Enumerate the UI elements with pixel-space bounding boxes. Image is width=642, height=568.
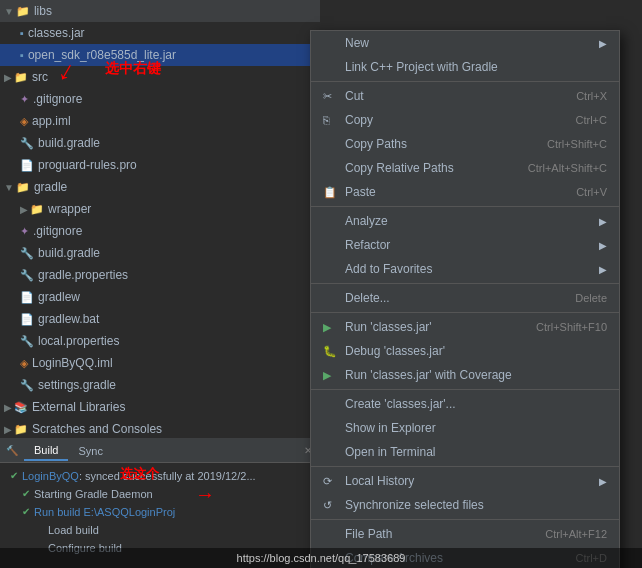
tree-item-gitignore[interactable]: ✦ .gitignore [0,88,320,110]
menu-sep-5 [311,389,619,390]
tree-label: libs [34,4,52,18]
tree-label: proguard-rules.pro [38,158,137,172]
tab-build[interactable]: Build [24,441,68,461]
gitignore-icon: ✦ [20,225,29,238]
tree-item-open-sdk-jar[interactable]: ▪ open_sdk_r08e585d_lite.jar [0,44,320,66]
tree-label: gradlew.bat [38,312,99,326]
menu-item-copy[interactable]: ⎘ Copy Ctrl+C [311,108,619,132]
tree-label: open_sdk_r08e585d_lite.jar [28,48,176,62]
pro-icon: 📄 [20,159,34,172]
folder-icon: 📁 [14,71,28,84]
expand-arrow: ▼ [4,6,14,17]
bat-icon: 📄 [20,313,34,326]
menu-item-open-terminal[interactable]: Open in Terminal [311,440,619,464]
menu-item-run-classes[interactable]: ▶ Run 'classes.jar' Ctrl+Shift+F10 [311,315,619,339]
tab-sync[interactable]: Sync [68,442,112,460]
submenu-arrow: ▶ [599,240,607,251]
menu-shortcut: Ctrl+Shift+C [547,138,607,150]
menu-label: Create 'classes.jar'... [345,397,456,411]
menu-label: Refactor [345,238,390,252]
context-menu: New ▶ Link C++ Project with Gradle ✂ Cut… [310,30,620,568]
tree-label: gradle.properties [38,268,128,282]
tree-item-gradle[interactable]: ▼ 📁 gradle [0,176,320,198]
menu-item-cut[interactable]: ✂ Cut Ctrl+X [311,84,619,108]
menu-item-refactor[interactable]: Refactor ▶ [311,233,619,257]
tree-label: gradle [34,180,67,194]
menu-label: Run 'classes.jar' with Coverage [345,368,512,382]
gradle-icon: 🔧 [20,379,34,392]
menu-label: Delete... [345,291,390,305]
tree-item-scratches[interactable]: ▶ 📁 Scratches and Consoles [0,418,320,440]
debug-icon: 🐛 [323,345,339,358]
tree-item-gradlew[interactable]: 📄 gradlew [0,286,320,308]
menu-label: Copy Relative Paths [345,161,454,175]
menu-label: Paste [345,185,376,199]
tree-item-gradlew-bat[interactable]: 📄 gradlew.bat [0,308,320,330]
menu-label: Analyze [345,214,388,228]
tree-item-settings-gradle[interactable]: 🔧 settings.gradle [0,374,320,396]
prop-icon: 🔧 [20,335,34,348]
iml-icon: ◈ [20,357,28,370]
tree-item-ext-libs[interactable]: ▶ 📚 External Libraries [0,396,320,418]
menu-item-new[interactable]: New ▶ [311,31,619,55]
log-text-3: Run build E:\ASQQLoginProj [34,503,175,521]
folder-icon: 📁 [14,423,28,436]
menu-shortcut: Ctrl+V [576,186,607,198]
menu-item-copy-relative[interactable]: Copy Relative Paths Ctrl+Alt+Shift+C [311,156,619,180]
menu-item-paste[interactable]: 📋 Paste Ctrl+V [311,180,619,204]
menu-label: Open in Terminal [345,445,436,459]
jar-icon: ▪ [20,49,24,61]
menu-item-sync-files[interactable]: ↺ Synchronize selected files [311,493,619,517]
lib-icon: 📚 [14,401,28,414]
expand-arrow: ▶ [4,424,12,435]
submenu-arrow: ▶ [599,264,607,275]
menu-item-add-favorites[interactable]: Add to Favorites ▶ [311,257,619,281]
tree-item-login-iml[interactable]: ◈ LoginByQQ.iml [0,352,320,374]
tree-item-libs[interactable]: ▼ 📁 libs [0,0,320,22]
menu-item-delete[interactable]: Delete... Delete [311,286,619,310]
history-icon: ⟳ [323,475,339,488]
menu-item-link-cpp[interactable]: Link C++ Project with Gradle [311,55,619,79]
menu-item-copy-paths[interactable]: Copy Paths Ctrl+Shift+C [311,132,619,156]
expand-arrow: ▶ [4,402,12,413]
prop-icon: 🔧 [20,269,34,282]
menu-item-show-explorer[interactable]: Show in Explorer [311,416,619,440]
coverage-icon: ▶ [323,369,339,382]
login-label: LoginByQQ [22,470,79,482]
expand-arrow: ▶ [4,72,12,83]
tree-item-proguard[interactable]: 📄 proguard-rules.pro [0,154,320,176]
tree-item-gradle-prop[interactable]: 🔧 gradle.properties [0,264,320,286]
tree-item-app-iml[interactable]: ◈ app.iml [0,110,320,132]
tree-label: .gitignore [33,92,82,106]
log-row-1: ✔ LoginByQQ: synced successfully at 2019… [6,467,314,485]
menu-item-run-coverage[interactable]: ▶ Run 'classes.jar' with Coverage [311,363,619,387]
menu-item-local-history[interactable]: ⟳ Local History ▶ [311,469,619,493]
run-icon: ▶ [323,321,339,334]
tree-item-build-gradle[interactable]: 🔧 build.gradle [0,132,320,154]
watermark: https://blog.csdn.net/qq_17583689 [0,548,642,568]
menu-item-analyze[interactable]: Analyze ▶ [311,209,619,233]
tree-item-src[interactable]: ▶ 📁 src [0,66,320,88]
log-row-4: Load build [6,521,314,539]
tree-item-classes-jar[interactable]: ▪ classes.jar [0,22,320,44]
menu-item-file-path[interactable]: File Path Ctrl+Alt+F12 [311,522,619,546]
tree-item-local-prop[interactable]: 🔧 local.properties [0,330,320,352]
submenu-arrow: ▶ [599,476,607,487]
gitignore-icon: ✦ [20,93,29,106]
log-text-2: Starting Gradle Daemon [34,485,153,503]
tree-item-build-gradle2[interactable]: 🔧 build.gradle [0,242,320,264]
jar-icon: ▪ [20,27,24,39]
menu-label: Local History [345,474,414,488]
tree-item-wrapper[interactable]: ▶ 📁 wrapper [0,198,320,220]
menu-shortcut: Ctrl+Alt+Shift+C [528,162,607,174]
menu-item-create-classes[interactable]: Create 'classes.jar'... [311,392,619,416]
submenu-arrow: ▶ [599,38,607,49]
menu-sep-4 [311,312,619,313]
tree-label: local.properties [38,334,119,348]
tree-label: build.gradle [38,246,100,260]
tree-item-gitignore2[interactable]: ✦ .gitignore [0,220,320,242]
expand-arrow: ▶ [20,204,28,215]
sync-icon: ↺ [323,499,339,512]
build-icon: 🔨 [0,445,24,456]
menu-item-debug-classes[interactable]: 🐛 Debug 'classes.jar' [311,339,619,363]
